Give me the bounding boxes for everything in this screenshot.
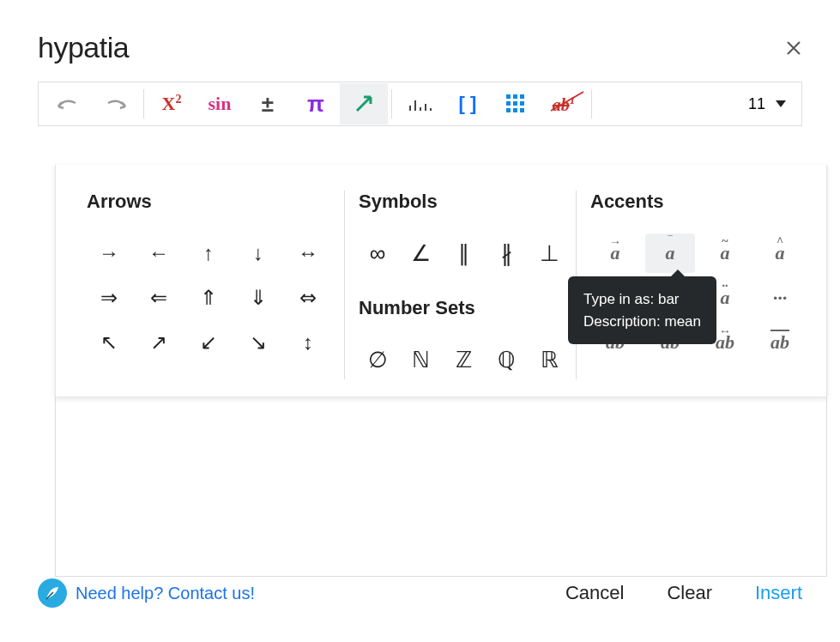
arrows-panel-button[interactable] xyxy=(340,83,388,124)
toolbar-separator xyxy=(391,89,392,118)
symbol-panel: Arrows →←↑↓↔⇒⇐⇑⇓⇔↖↗↙↘↕ Symbols ∞∠∥∦⊥ Num… xyxy=(55,165,827,397)
arrow-symbol[interactable]: ⇔ xyxy=(286,278,330,318)
exponent-button[interactable]: X2 xyxy=(148,83,196,124)
arrow-symbol[interactable]: ↑ xyxy=(186,233,231,273)
pi-button[interactable]: π xyxy=(292,83,340,124)
toolbar-separator xyxy=(143,89,144,118)
svg-rect-7 xyxy=(513,108,517,112)
arrow-symbol[interactable]: ← xyxy=(136,233,181,273)
number-set-symbol[interactable]: ℕ xyxy=(402,340,439,379)
svg-rect-1 xyxy=(513,94,517,99)
toolbar-separator xyxy=(591,89,592,118)
stats-button[interactable] xyxy=(396,83,444,124)
svg-rect-0 xyxy=(506,94,511,99)
arrow-symbol[interactable]: ⇒ xyxy=(87,278,131,318)
plus-minus-button[interactable]: ± xyxy=(244,83,292,124)
clear-button[interactable]: Clear xyxy=(667,582,712,604)
arrow-symbol[interactable]: ⇓ xyxy=(236,278,281,318)
redo-button[interactable] xyxy=(92,83,140,124)
arrow-symbol[interactable]: ↘ xyxy=(236,323,281,362)
trig-button[interactable]: sin xyxy=(196,83,244,124)
accent-symbol[interactable]: a~ xyxy=(700,233,750,273)
accent-symbol[interactable]: a‾Type in as: barDescription: mean xyxy=(645,233,695,273)
svg-rect-2 xyxy=(520,94,524,99)
math-symbol[interactable]: ∥ xyxy=(444,233,482,273)
svg-rect-6 xyxy=(506,108,511,112)
undo-button[interactable] xyxy=(44,83,92,124)
help-link[interactable]: Need help? Contact us! xyxy=(38,578,255,608)
font-size-selector[interactable]: 11 xyxy=(738,95,796,113)
math-symbol[interactable]: ∞ xyxy=(359,233,396,273)
arrow-symbol[interactable]: ↙ xyxy=(186,323,231,362)
math-symbol[interactable]: ⊥ xyxy=(530,233,568,273)
svg-rect-8 xyxy=(520,108,524,112)
svg-rect-5 xyxy=(520,101,524,106)
arrow-symbol[interactable]: ⇐ xyxy=(136,278,181,318)
arrow-symbol[interactable]: ↓ xyxy=(236,233,281,273)
accent-symbol[interactable]: ab xyxy=(755,323,805,362)
font-size-value: 11 xyxy=(748,95,765,113)
tooltip: Type in as: barDescription: mean xyxy=(568,276,716,344)
arrow-symbol[interactable]: ↗ xyxy=(136,323,181,362)
brackets-button[interactable]: [ ] xyxy=(444,83,492,124)
symbols-section: Symbols ∞∠∥∦⊥ Number Sets ∅ℕℤℚℝ xyxy=(345,191,577,379)
insert-button[interactable]: Insert xyxy=(755,582,802,604)
accents-section: Accents a→a‾Type in as: barDescription: … xyxy=(577,191,819,379)
feather-icon xyxy=(38,578,67,608)
accent-symbol[interactable]: a→ xyxy=(590,233,640,273)
arrow-symbol[interactable]: ⇑ xyxy=(186,278,231,318)
accent-symbol[interactable]: ··· xyxy=(755,278,805,318)
number-set-symbol[interactable]: ℤ xyxy=(444,340,482,379)
dialog-header: hypatia xyxy=(21,21,819,82)
strike-button[interactable]: ab1 xyxy=(540,83,588,124)
number-sets-heading: Number Sets xyxy=(359,297,562,319)
arrows-heading: Arrows xyxy=(87,191,330,213)
arrow-symbol[interactable]: ↔ xyxy=(286,233,330,273)
svg-rect-4 xyxy=(513,101,517,106)
arrow-symbol[interactable]: ↕ xyxy=(286,323,330,362)
arrow-symbol[interactable]: ↖ xyxy=(87,323,131,362)
matrix-button[interactable] xyxy=(492,83,540,124)
cancel-button[interactable]: Cancel xyxy=(565,582,624,604)
number-set-symbol[interactable]: ℚ xyxy=(487,340,525,379)
number-set-symbol[interactable]: ℝ xyxy=(530,340,568,379)
math-symbol[interactable]: ∠ xyxy=(402,233,439,273)
dialog-footer: Need help? Contact us! Cancel Clear Inse… xyxy=(38,565,802,621)
accents-heading: Accents xyxy=(590,191,805,213)
arrow-symbol[interactable]: → xyxy=(87,233,131,273)
chevron-down-icon xyxy=(776,100,786,107)
close-icon[interactable] xyxy=(785,39,802,57)
dialog-title: hypatia xyxy=(38,31,129,64)
svg-rect-3 xyxy=(506,101,511,106)
toolbar: X2 sin ± π [ ] ab1 11 xyxy=(38,82,802,126)
symbols-heading: Symbols xyxy=(359,191,562,213)
math-symbol[interactable]: ∦ xyxy=(487,233,525,273)
number-set-symbol[interactable]: ∅ xyxy=(359,340,396,379)
equation-editor-dialog: hypatia X2 sin ± π [ ] ab1 11 Arrows →←↑… xyxy=(21,21,819,621)
help-text: Need help? Contact us! xyxy=(76,584,255,603)
accent-symbol[interactable]: a^ xyxy=(755,233,805,273)
arrows-section: Arrows →←↑↓↔⇒⇐⇑⇓⇔↖↗↙↘↕ xyxy=(73,191,345,379)
